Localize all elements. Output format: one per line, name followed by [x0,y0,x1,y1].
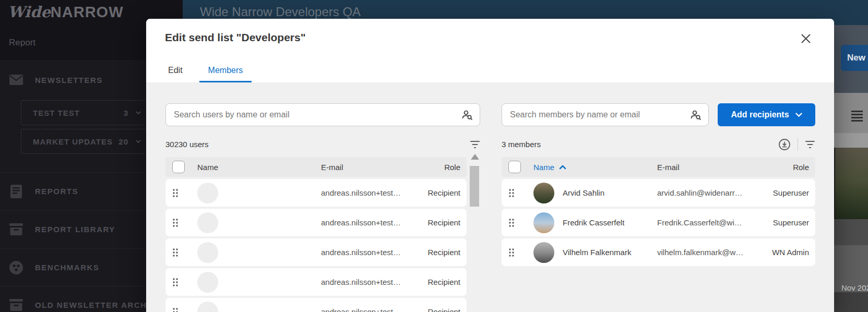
download-icon[interactable] [778,138,791,151]
table-row[interactable]: Arvid Sahlin arvid.sahlin@widenarr… Supe… [502,179,815,207]
filter-icon[interactable] [805,140,815,149]
members-rows: Arvid Sahlin arvid.sahlin@widenarr… Supe… [502,179,815,266]
newsletter-label: TEST TEST [33,109,124,117]
user-email: andreas.nilsson+test… [321,248,412,257]
newsletter-count-badge: 20 [118,137,128,146]
reports-document-icon [9,185,23,198]
newsletter-label: MARKET UPDATES [33,137,118,146]
report-label: Report [9,38,35,48]
scroll-up-arrow[interactable] [471,154,479,160]
tab-members[interactable]: Members [199,66,252,82]
page-title: Wide Narrow Developers QA [200,5,361,19]
members-count: 3 members [502,140,541,149]
filter-icon[interactable] [470,140,480,149]
users-table: Name E-mail Role [165,157,480,312]
user-email: andreas.nilsson+test… [321,278,412,286]
modal-tabs: Edit Members [165,66,252,82]
drag-handle-icon[interactable] [172,248,197,257]
modal-body: 30230 users Name E-mail Role [146,82,834,312]
members-panel: Add recipients 3 members [502,103,815,312]
user-email: andreas.nilsson+test… [321,188,412,197]
column-header-email[interactable]: E-mail [321,163,412,172]
drag-handle-icon[interactable] [172,218,197,227]
column-header-role[interactable]: Role [412,163,460,172]
new-button[interactable]: New [841,45,868,71]
benchmarks-icon [9,261,23,274]
avatar [533,212,554,233]
scrollbar-thumb[interactable] [470,166,479,207]
user-search-icon [689,109,702,121]
sort-ascending-icon [559,165,566,170]
column-header-name[interactable]: Name [197,163,321,172]
avatar [533,242,554,263]
members-count-row: 3 members [502,140,815,149]
chevron-down-icon [136,140,141,143]
mail-icon [9,75,23,85]
user-role: Recipient [412,218,460,227]
sidebar-newsletter-market-updates[interactable]: MARKET UPDATES 20 [21,129,148,154]
modal-header: Edit send list "Developers" Edit Members [146,19,834,82]
column-header-role[interactable]: Role [761,163,809,172]
avatar [197,183,218,203]
member-name: Fredrik Casserfelt [563,218,624,227]
select-all-checkbox[interactable] [508,161,521,173]
chevron-down-icon [136,111,141,115]
table-row[interactable]: andreas.nilsson+test… Recipient [165,298,467,312]
sidebar-item-label: REPORT LIBRARY [35,225,115,234]
drag-handle-icon[interactable] [508,218,533,227]
members-search [502,103,709,126]
newsletter-count-badge: 3 [124,109,128,117]
table-row[interactable]: andreas.nilsson+test… Recipient [165,238,467,266]
add-recipients-button[interactable]: Add recipients [718,103,815,126]
member-role: Superuser [761,218,809,227]
user-search-icon [461,109,473,121]
member-role: Superuser [761,188,809,197]
column-header-name-sorted[interactable]: Name [533,163,657,172]
column-header-email[interactable]: E-mail [657,163,761,172]
modal-title: Edit send list "Developers" [165,31,306,44]
drag-handle-icon[interactable] [508,188,533,198]
users-table-header: Name E-mail Role [165,157,467,177]
drag-handle-icon[interactable] [508,248,533,257]
sidebar-item-label: NEWSLETTERS [35,76,103,85]
tab-edit[interactable]: Edit [165,66,186,82]
table-row[interactable]: andreas.nilsson+test… Recipient [165,179,467,207]
user-email: andreas.nilsson+test… [321,307,412,312]
page-band [834,219,868,245]
sidebar-item-label: REPORTS [35,187,78,196]
dimmed-page-background: New Nov 202 [834,25,868,312]
members-table-header: Name E-mail Role [502,157,815,177]
close-icon[interactable] [799,31,813,46]
users-count-row: 30230 users [165,140,480,149]
user-role: Recipient [412,307,460,312]
drag-handle-icon[interactable] [172,307,197,312]
member-role: WN Admin [761,248,809,257]
sidebar-newsletter-test-test[interactable]: TEST TEST 3 [21,100,148,125]
widenarrow-logo[interactable]: WideNARROW [8,3,124,21]
member-email: arvid.sahlin@widenarr… [657,188,761,197]
menu-icon[interactable] [851,111,863,123]
sidebar-item-label: OLD NEWSLETTER ARCHI [35,301,150,309]
table-row[interactable]: Vilhelm Falkenmark vilhelm.falkenmark@w…… [502,238,815,266]
sidebar-item-label: BENCHMARKS [35,263,99,272]
members-search-input[interactable] [502,103,709,126]
date-text: Nov 202 [841,283,868,292]
users-scrollbar [470,157,480,312]
avatar [197,212,218,233]
member-name: Arvid Sahlin [563,188,604,197]
drag-handle-icon[interactable] [172,188,197,198]
page-band [834,292,868,312]
table-row[interactable]: andreas.nilsson+test… Recipient [165,268,467,296]
drag-handle-icon[interactable] [172,278,197,287]
chevron-down-icon [795,113,802,117]
select-all-checkbox[interactable] [172,161,185,173]
report-thumbnail-image [835,148,868,219]
app-root: Wide Narrow Developers QA WideNARROW Rep… [0,0,868,312]
divider [798,138,798,151]
archive-icon [9,223,23,236]
table-row[interactable]: andreas.nilsson+test… Recipient [165,209,467,236]
users-rows: andreas.nilsson+test… Recipient andre [165,179,467,312]
user-email: andreas.nilsson+test… [321,218,412,227]
table-row[interactable]: Fredrik Casserfelt Fredrik.Casserfelt@wi… [502,209,815,236]
users-search-input[interactable] [165,103,480,126]
